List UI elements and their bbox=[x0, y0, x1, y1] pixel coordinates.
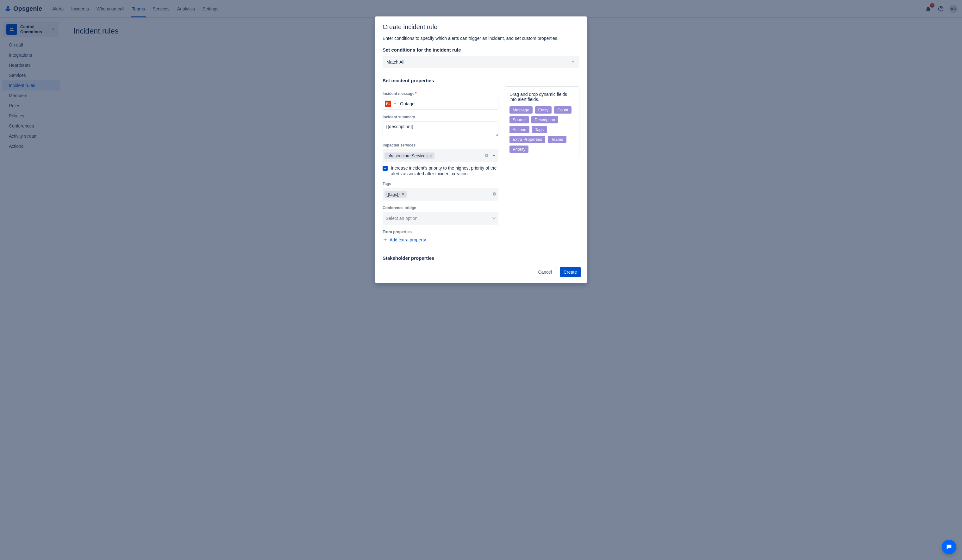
impacted-services-label: Impacted services bbox=[383, 143, 499, 147]
tag-chip-label: {{tags}} bbox=[386, 192, 400, 197]
incident-message-input[interactable] bbox=[399, 101, 496, 106]
create-incident-rule-modal: Create incident rule Enter conditions to… bbox=[375, 16, 587, 283]
incident-message-row: P1 bbox=[383, 98, 499, 110]
incident-message-label: Incident message* bbox=[383, 92, 499, 96]
tags-select[interactable]: {{tags}} ✕ bbox=[383, 188, 499, 200]
add-extra-property-label: Add extra property bbox=[389, 237, 426, 242]
chevron-down-icon bbox=[393, 102, 397, 105]
remove-tag-icon[interactable]: ✕ bbox=[402, 192, 405, 197]
tags-label: Tags bbox=[383, 182, 499, 186]
check-icon bbox=[384, 167, 387, 170]
extra-properties-label: Extra properties bbox=[383, 230, 499, 234]
dyn-field-entity[interactable]: Entity bbox=[535, 106, 552, 114]
add-extra-property-button[interactable]: Add extra property bbox=[383, 237, 426, 242]
increase-priority-label: Increase incident's priority to the high… bbox=[391, 165, 499, 176]
service-tag-label: Infrastructure Services bbox=[386, 153, 428, 158]
remove-tag-icon[interactable]: ✕ bbox=[429, 153, 433, 158]
chevron-down-icon[interactable] bbox=[491, 153, 497, 159]
dyn-field-tags[interactable]: Tags bbox=[532, 126, 547, 133]
incident-summary-textarea[interactable] bbox=[383, 121, 499, 137]
conditions-section-title: Set conditions for the incident rule bbox=[383, 47, 579, 53]
modal-hint: Enter conditions to specify which alerts… bbox=[383, 36, 579, 41]
dyn-field-actions[interactable]: Actions bbox=[510, 126, 529, 133]
properties-section-title: Set incident properties bbox=[383, 78, 579, 83]
conference-bridge-placeholder: Select an option bbox=[384, 216, 419, 221]
dyn-field-count[interactable]: Count bbox=[554, 106, 571, 114]
increase-priority-checkbox[interactable] bbox=[383, 166, 387, 171]
dyn-field-teams[interactable]: Teams bbox=[548, 136, 566, 143]
dyn-field-message[interactable]: Message bbox=[510, 106, 533, 114]
clear-tags-icon[interactable] bbox=[492, 192, 497, 197]
incident-summary-label: Incident summary bbox=[383, 115, 499, 119]
dyn-field-extra[interactable]: Extra Properties bbox=[510, 136, 545, 143]
chat-launcher[interactable] bbox=[942, 540, 956, 554]
dynamic-fields-panel: Drag and drop dynamic fields into alert … bbox=[505, 86, 579, 158]
chevron-down-icon[interactable] bbox=[491, 215, 497, 221]
cancel-button[interactable]: Cancel bbox=[534, 267, 556, 277]
dyn-field-priority[interactable]: Priority bbox=[510, 145, 528, 153]
dyn-field-source[interactable]: Source bbox=[510, 116, 529, 123]
priority-dropdown[interactable] bbox=[393, 101, 397, 106]
dyn-field-description[interactable]: Description bbox=[531, 116, 558, 123]
chevron-down-icon bbox=[571, 59, 576, 65]
dynamic-fields-hint: Drag and drop dynamic fields into alert … bbox=[510, 92, 575, 102]
match-select[interactable]: Match All bbox=[383, 56, 579, 68]
conference-bridge-label: Conference bridge bbox=[383, 206, 499, 210]
modal-title: Create incident rule bbox=[383, 23, 579, 31]
tag-chip: {{tags}} ✕ bbox=[384, 191, 407, 198]
clear-services-icon[interactable] bbox=[484, 153, 489, 158]
chat-icon bbox=[946, 544, 952, 550]
conference-bridge-select[interactable]: Select an option bbox=[383, 212, 499, 224]
service-tag: Infrastructure Services ✕ bbox=[384, 152, 434, 159]
stakeholder-section-title: Stakeholder properties bbox=[383, 255, 499, 261]
priority-badge[interactable]: P1 bbox=[385, 101, 391, 107]
impacted-services-select[interactable]: Infrastructure Services ✕ bbox=[383, 149, 499, 162]
create-button[interactable]: Create bbox=[560, 267, 581, 277]
plus-icon bbox=[383, 237, 387, 242]
match-value: Match All bbox=[386, 60, 404, 65]
